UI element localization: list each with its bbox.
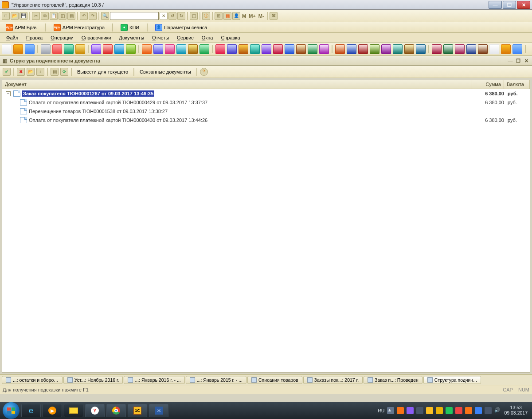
new-icon[interactable]: □	[2, 12, 10, 20]
wrench-icon[interactable]: 🛠	[270, 12, 278, 20]
grid-body[interactable]: −Заказ покупателя ТЮН00001267 от 09.03.2…	[2, 89, 530, 372]
user-icon[interactable]: 👤	[232, 12, 240, 20]
toolbar-icon[interactable]	[64, 44, 74, 54]
toolbar-icon[interactable]	[91, 44, 101, 54]
task-chrome-icon[interactable]	[106, 404, 126, 417]
menu-5[interactable]: Отчеты	[149, 34, 172, 42]
refresh-right-icon[interactable]: ↻	[177, 12, 185, 20]
tray-icon[interactable]	[397, 407, 404, 414]
menu-3[interactable]: Справочники	[78, 34, 115, 42]
task-1c-icon[interactable]: 1C	[128, 404, 147, 417]
mdi-tab[interactable]: Заказ п...: Проведен	[364, 376, 422, 384]
toolbar-icon[interactable]	[215, 44, 225, 54]
clipboard-icon[interactable]: ◫	[59, 12, 66, 20]
tray-icon[interactable]	[407, 407, 414, 414]
toolbar-icon[interactable]	[432, 44, 442, 54]
menu-1[interactable]: Правка	[23, 34, 46, 42]
toolbar-icon[interactable]	[416, 44, 426, 54]
table-row[interactable]: Оплата от покупателя платежной картой ТЮ…	[2, 116, 530, 125]
toolbar-icon[interactable]	[443, 44, 453, 54]
doc-icon[interactable]: ▤	[67, 12, 75, 20]
open-icon[interactable]: 📂	[11, 12, 19, 20]
toolbar-icon[interactable]	[165, 44, 175, 54]
toolbar-icon[interactable]	[455, 44, 465, 54]
copy-icon[interactable]: ⧉	[41, 12, 49, 20]
menu-4[interactable]: Документы	[115, 34, 148, 42]
mdi-tab[interactable]: ...: Январь 2015 г. - ...	[186, 376, 246, 384]
toolbar-icon[interactable]	[52, 44, 62, 54]
toolbar-icon[interactable]	[489, 44, 499, 54]
toolbar-icon[interactable]	[335, 44, 345, 54]
toolbar-icon[interactable]	[393, 44, 403, 54]
toolbar-icon[interactable]	[103, 44, 113, 54]
paste-icon[interactable]: 📋	[50, 12, 58, 20]
tray-icon[interactable]	[416, 407, 423, 414]
tray-icon[interactable]: ▲	[387, 407, 394, 414]
tray-icon[interactable]	[436, 407, 443, 414]
col-sum[interactable]: Сумма	[472, 80, 504, 89]
tray-icon[interactable]	[426, 407, 433, 414]
menu-8[interactable]: Справка	[217, 34, 243, 42]
toolbar-icon[interactable]	[142, 44, 152, 54]
tray-network-icon[interactable]	[485, 407, 492, 414]
toolbar-icon[interactable]	[250, 44, 260, 54]
arm-reg-button[interactable]: AрмАРМ Регистратура	[51, 23, 108, 32]
mdi-tab[interactable]: ...: остатки и оборо…	[2, 376, 63, 384]
toolbar-icon[interactable]	[347, 44, 356, 54]
tree-toggle-icon[interactable]: −	[6, 91, 11, 96]
toolbar-icon[interactable]	[466, 44, 476, 54]
toolbar-icon[interactable]	[370, 44, 379, 54]
toolbar-icon[interactable]	[381, 44, 391, 54]
undo-icon[interactable]: ↶	[80, 12, 88, 20]
toolbar-icon[interactable]	[478, 44, 488, 54]
windows-icon[interactable]: ◫	[190, 12, 198, 20]
panel-close-icon[interactable]: ✕	[523, 58, 529, 64]
tray-icon[interactable]	[446, 407, 453, 414]
toolbar-icon[interactable]	[308, 44, 317, 54]
toolbar-icon[interactable]	[176, 44, 186, 54]
kpi-button[interactable]: ●КПИ	[117, 23, 142, 32]
toolbar-icon[interactable]	[153, 44, 163, 54]
help-icon[interactable]: ?	[200, 68, 208, 76]
search-input[interactable]	[110, 12, 159, 20]
reload-icon[interactable]: ⟳	[60, 68, 68, 76]
panel-restore-icon[interactable]: ❐	[515, 58, 521, 64]
toolbar-icon[interactable]	[200, 44, 209, 54]
tray-volume-icon[interactable]: 🔊	[494, 407, 501, 414]
info-icon[interactable]: ⓘ	[202, 12, 210, 20]
toolbar-icon[interactable]	[227, 44, 237, 54]
toolbar-icon[interactable]	[404, 44, 414, 54]
panel-minimize-icon[interactable]: —	[507, 58, 513, 64]
toolbar-icon[interactable]	[285, 44, 294, 54]
task-explorer-icon[interactable]	[64, 404, 83, 417]
refresh-left-icon[interactable]: ↺	[168, 12, 176, 20]
open-doc-icon[interactable]: 📂	[27, 68, 35, 76]
minimize-button[interactable]: —	[489, 1, 502, 9]
toolbar-icon[interactable]	[501, 44, 511, 54]
redo-icon[interactable]: ↷	[89, 12, 97, 20]
mdi-tab[interactable]: Списания товаров	[247, 376, 302, 384]
task-yandex-icon[interactable]: Y	[85, 404, 105, 417]
task-ie-icon[interactable]: e	[21, 404, 41, 417]
tray-icon[interactable]	[475, 407, 482, 414]
col-document[interactable]: Документ	[2, 80, 472, 89]
close-button[interactable]: ✕	[517, 1, 530, 9]
toolbar-icon[interactable]	[188, 44, 198, 54]
arm-doctor-button[interactable]: AрмАРМ Врач	[3, 23, 41, 32]
start-button[interactable]	[3, 402, 20, 419]
move-icon[interactable]: ↕	[36, 68, 44, 76]
toolbar-icon[interactable]	[41, 44, 51, 54]
menu-0[interactable]: Файл	[3, 34, 22, 42]
task-media-icon[interactable]: ▶	[43, 404, 62, 417]
toolbar-icon[interactable]	[75, 44, 85, 54]
check-icon[interactable]: ✔	[3, 68, 11, 76]
cut-icon[interactable]: ✂	[32, 12, 40, 20]
mdi-tab[interactable]: Структура подчин...	[423, 376, 481, 384]
mdi-tab[interactable]: Уст...: Ноябрь 2016 г.	[63, 376, 123, 384]
toolbar-icon[interactable]	[296, 44, 306, 54]
toolbar-icon[interactable]	[239, 44, 248, 54]
toolbar-icon[interactable]	[2, 44, 12, 54]
lang-indicator[interactable]: RU	[378, 408, 384, 413]
toolbar-icon[interactable]	[114, 44, 124, 54]
toolbar-icon[interactable]	[273, 44, 283, 54]
